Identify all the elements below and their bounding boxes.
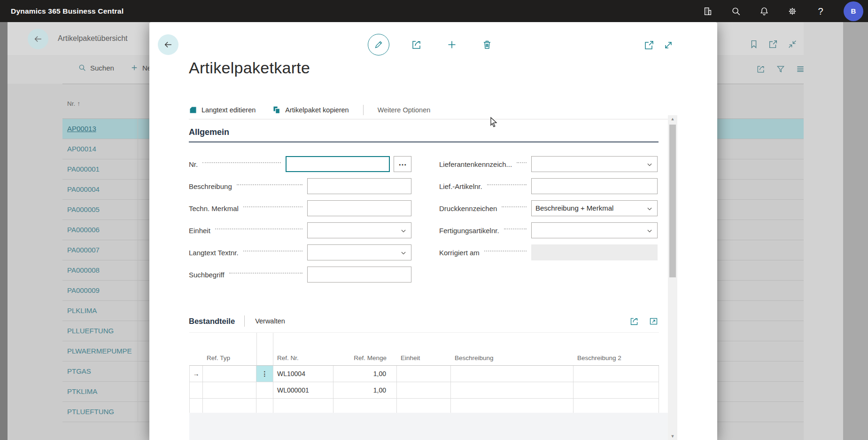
field-label: Langtext Textnr. xyxy=(189,249,239,257)
table-cell-ref-typ[interactable] xyxy=(203,366,256,382)
row-menu-cell[interactable] xyxy=(256,382,273,399)
bestandteile-heading[interactable]: Bestandteile xyxy=(189,317,235,326)
row-menu-button[interactable]: ⋮ xyxy=(256,366,273,382)
longtext-edit-icon xyxy=(189,106,197,114)
suchbegriff-input[interactable] xyxy=(307,267,411,283)
korrigiert-am-field-disabled xyxy=(531,244,658,260)
expand-table-icon[interactable] xyxy=(649,316,659,326)
edit-button[interactable] xyxy=(368,34,389,55)
field-label: Techn. Merkmal xyxy=(189,204,239,212)
table-cell-beschreibung[interactable] xyxy=(451,366,574,382)
list-page-title: Artikelpaketübersicht xyxy=(58,34,128,43)
field-label: Korrigiert am xyxy=(439,249,480,257)
card-back-button[interactable] xyxy=(158,34,178,55)
scroll-down-arrow[interactable]: ▼ xyxy=(668,434,677,439)
table-cell-ref-nr[interactable] xyxy=(273,399,333,414)
notifications-bell-icon[interactable] xyxy=(759,6,769,16)
table-cell-beschreibung-2[interactable] xyxy=(574,382,659,399)
delete-button[interactable] xyxy=(481,39,493,50)
page-right-margin xyxy=(804,22,843,440)
table-cell-ref-menge[interactable] xyxy=(333,399,397,414)
druckkennzeichen-select[interactable]: Beschreibung + Merkmal xyxy=(531,200,658,216)
user-avatar[interactable]: B xyxy=(844,1,863,21)
vertical-scrollbar[interactable]: ▲ ▼ xyxy=(668,115,677,440)
table-cell-ref-typ[interactable] xyxy=(203,399,256,414)
column-header-ref-nr[interactable]: Ref. Nr. xyxy=(273,333,333,366)
expand-card-button[interactable] xyxy=(663,39,674,51)
open-in-new-window-icon[interactable] xyxy=(768,39,778,49)
share-icon[interactable] xyxy=(629,316,639,326)
row-menu-cell[interactable] xyxy=(256,399,273,414)
table-cell-einheit[interactable] xyxy=(397,366,451,382)
table-cell-ref-menge[interactable]: 1,00 xyxy=(333,366,397,382)
column-header-ref-typ[interactable]: Ref. Typ xyxy=(203,333,256,366)
dotted-leader xyxy=(517,162,527,163)
beschreibung-input[interactable] xyxy=(307,178,411,194)
table-cell-beschreibung[interactable] xyxy=(451,382,574,399)
card-action-menu: Langtext editieren Artikelpaket kopieren… xyxy=(189,101,430,119)
table-cell-ref-nr[interactable]: WL10004 xyxy=(273,366,333,382)
field-row-suchbegriff: Suchbegriff xyxy=(189,267,411,283)
table-cell-beschreibung-2[interactable] xyxy=(574,366,659,382)
table-cell-ref-typ[interactable] xyxy=(203,382,256,399)
table-cell-ref-menge[interactable]: 1,00 xyxy=(333,382,397,399)
list-page-window-actions xyxy=(749,39,798,49)
card-title: Artikelpaketkarte xyxy=(189,59,310,77)
separator xyxy=(244,315,245,327)
field-row-langtext-textnr: Langtext Textnr. xyxy=(189,244,411,260)
app-title[interactable]: Dynamics 365 Business Central xyxy=(11,7,124,16)
help-icon[interactable]: ? xyxy=(815,6,826,16)
table-cell-beschreibung[interactable] xyxy=(451,399,574,414)
section-allgemein-header[interactable]: Allgemein xyxy=(189,127,659,142)
lief-artikelnr-input[interactable] xyxy=(531,178,658,194)
bookmark-icon[interactable] xyxy=(749,39,759,49)
table-cell-ref-nr[interactable]: WL000001 xyxy=(273,382,333,399)
more-options-button[interactable]: Weitere Optionen xyxy=(378,106,431,114)
list-column-header-nr[interactable]: Nr.↑ xyxy=(67,100,80,107)
collapse-icon[interactable] xyxy=(787,39,798,49)
verwalten-menu-button[interactable]: Verwalten xyxy=(255,317,285,325)
chevron-down-icon xyxy=(646,161,653,168)
copy-package-button[interactable]: Artikelpaket kopieren xyxy=(272,106,349,114)
field-row-nr: Nr. … xyxy=(189,156,411,172)
window-right-edge xyxy=(843,22,868,440)
nr-input[interactable] xyxy=(286,156,390,172)
langtext-textnr-select[interactable] xyxy=(307,244,411,260)
techn-merkmal-input[interactable] xyxy=(307,200,411,216)
fertigungsartikelnr-select[interactable] xyxy=(531,222,658,238)
field-label: Lief.-Artikelnr. xyxy=(439,182,482,190)
bestandteile-table: Ref. Typ Ref. Nr. Ref. Menge Einheit Bes… xyxy=(189,332,659,414)
back-button[interactable] xyxy=(28,29,48,49)
column-header-beschreibung[interactable]: Beschreibung xyxy=(451,333,574,366)
dotted-leader xyxy=(215,228,302,229)
table-cell-beschreibung-2[interactable] xyxy=(574,399,659,414)
settings-gear-icon[interactable] xyxy=(787,6,798,16)
new-record-button[interactable] xyxy=(446,39,457,50)
card-footer-area xyxy=(189,413,668,440)
dotted-leader xyxy=(237,184,302,185)
table-cell-einheit[interactable] xyxy=(397,399,451,414)
einheit-select[interactable] xyxy=(307,222,411,238)
lieferantenkennzeichen-select[interactable] xyxy=(531,156,658,172)
environment-icon[interactable] xyxy=(703,6,713,16)
top-navigation-bar: Dynamics 365 Business Central ? B xyxy=(0,0,868,22)
scroll-up-arrow[interactable]: ▲ xyxy=(668,117,677,121)
field-row-beschreibung: Beschreibung xyxy=(189,178,411,194)
list-view-icon[interactable] xyxy=(796,64,805,74)
edit-longtext-button[interactable]: Langtext editieren xyxy=(189,106,256,114)
chevron-down-icon xyxy=(400,250,407,256)
column-header-einheit[interactable]: Einheit xyxy=(397,333,451,366)
share-icon[interactable] xyxy=(756,64,766,74)
column-header-ref-menge[interactable]: Ref. Menge xyxy=(333,333,397,366)
table-cell-einheit[interactable] xyxy=(397,382,451,399)
row-indicator-cell: → xyxy=(189,366,203,382)
filter-icon[interactable] xyxy=(776,64,785,74)
scrollbar-thumb[interactable] xyxy=(669,125,676,277)
share-button[interactable] xyxy=(411,39,422,50)
search-list-button[interactable]: Suchen xyxy=(78,63,114,72)
open-in-new-window-button[interactable] xyxy=(643,39,655,51)
search-icon[interactable] xyxy=(731,6,741,16)
assist-edit-button[interactable]: … xyxy=(394,156,411,172)
field-row-lieferantenkennzeichen: Lieferantenkennzeich... xyxy=(439,156,658,172)
column-header-beschreibung-2[interactable]: Beschreibung 2 xyxy=(574,333,659,366)
